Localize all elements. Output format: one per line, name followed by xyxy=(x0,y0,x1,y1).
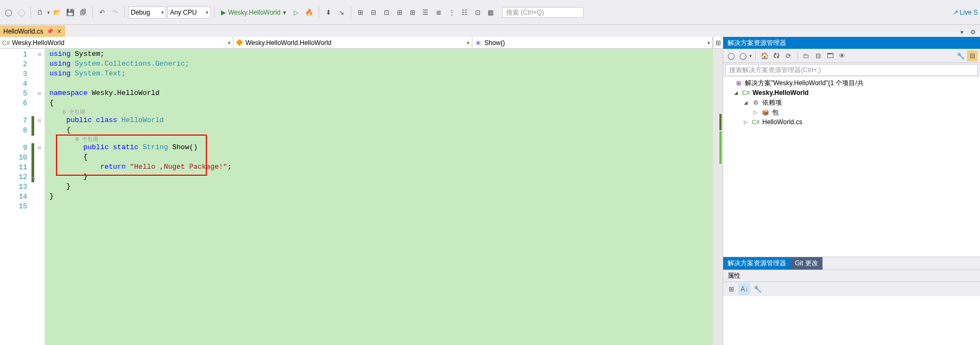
configuration-dropdown[interactable]: Debug xyxy=(128,7,166,18)
tree-solution-node[interactable]: ⊞ 解决方案"Wesky.HelloWorld"(1 个项目/共 xyxy=(723,78,980,88)
line-number-gutter: 123456 78 9101112131415 xyxy=(0,49,31,345)
fold-toggle[interactable]: ⊟ xyxy=(34,50,45,60)
expand-icon[interactable]: ◢ xyxy=(744,100,749,105)
tb-icon-e[interactable]: ⊞ xyxy=(407,7,419,18)
properties-title: 属性 xyxy=(723,270,980,282)
se-refresh-icon[interactable]: ⟳ xyxy=(783,50,794,61)
edit-indicator-icon: ✎ xyxy=(31,175,35,183)
solution-explorer-panel: 解决方案资源管理器 ◯ ◯ ▾ 🏠 🗘 ⟳ 🗀 ⊟ 🗔 👁 🔧 ⊟ 搜索解决方案… xyxy=(723,37,980,345)
fold-toggle[interactable]: ⊟ xyxy=(34,89,45,99)
fold-toggle[interactable]: ⊟ xyxy=(34,116,45,126)
tree-project-node[interactable]: ◢ C# Wesky.HelloWorld xyxy=(723,88,980,98)
method-icon: ◉ xyxy=(475,39,482,47)
step2-icon[interactable]: ↘ xyxy=(336,7,347,18)
tree-file-node[interactable]: ▷ C# HelloWorld.cs xyxy=(723,117,980,127)
save-all-icon[interactable]: 🗐 xyxy=(77,7,89,18)
package-icon: 📦 xyxy=(761,108,770,117)
navigation-bar: C# Wesky.HelloWorld 🔶 Wesky.HelloWorld.H… xyxy=(0,37,723,49)
tb-icon-c[interactable]: ⊡ xyxy=(381,7,393,18)
tb-icon-g[interactable]: ≣ xyxy=(433,7,445,18)
nav-member-label: Show() xyxy=(484,39,505,47)
panel-tabs: 解决方案资源管理器 Git 更改 xyxy=(723,257,980,270)
codelens-references[interactable]: 0 个引用 xyxy=(62,110,85,116)
undo-icon[interactable]: ↶ xyxy=(96,7,108,18)
se-collapseall-icon[interactable]: ⊟ xyxy=(813,50,824,61)
dependencies-icon: ⚙ xyxy=(751,98,760,107)
solution-tree: ⊞ 解决方案"Wesky.HelloWorld"(1 个项目/共 ◢ C# We… xyxy=(723,77,980,257)
csharp-project-icon: C# xyxy=(2,39,10,47)
se-home2-icon[interactable]: 🏠 xyxy=(759,50,770,61)
tab-dropdown-icon[interactable]: ▾ xyxy=(957,27,967,37)
live-share-button[interactable]: ↗ Live S xyxy=(953,9,978,16)
se-wrench-icon[interactable]: 🔧 xyxy=(955,50,966,61)
tb-icon-d[interactable]: ⊞ xyxy=(394,7,406,18)
nav-project-label: Wesky.HelloWorld xyxy=(12,39,65,47)
se-syncdoc-icon[interactable]: 🗘 xyxy=(771,50,782,61)
tb-icon-f[interactable]: ☰ xyxy=(420,7,432,18)
tab-git-changes[interactable]: Git 更改 xyxy=(791,257,823,270)
tb-icon-j[interactable]: ⊡ xyxy=(472,7,484,18)
fold-gutter: ⊟ ⊟ ⊟ ⊟ xyxy=(34,49,45,345)
nav-member-dropdown[interactable]: ◉ Show() xyxy=(472,37,713,48)
open-icon[interactable]: 📂 xyxy=(51,7,63,18)
se-showall-icon[interactable]: 🗀 xyxy=(801,50,812,61)
tb-icon-h[interactable]: ⋮ xyxy=(446,7,458,18)
tree-label: Wesky.HelloWorld xyxy=(753,89,808,97)
redo-icon[interactable]: ↷ xyxy=(109,7,121,18)
nav-class-label: Wesky.HelloWorld.HelloWorld xyxy=(245,39,332,47)
fold-toggle[interactable]: ⊟ xyxy=(34,143,45,153)
document-tab-strip: HelloWorld.cs 📌 ✕ ▾ ⚙ xyxy=(0,25,980,37)
se-preview-icon[interactable]: 👁 xyxy=(837,50,848,61)
tab-gear-icon[interactable]: ⚙ xyxy=(968,27,978,37)
expand-icon[interactable]: ◢ xyxy=(734,90,739,95)
se-properties-icon[interactable]: 🗔 xyxy=(825,50,836,61)
properties-panel: 属性 ⊞ A↓ 🔧 xyxy=(723,270,980,345)
se-home-icon[interactable]: ◯ xyxy=(725,50,736,61)
platform-dropdown[interactable]: Any CPU xyxy=(167,7,211,18)
solution-icon: ⊞ xyxy=(734,79,743,87)
close-icon[interactable]: ✕ xyxy=(56,28,62,35)
tree-label: 解决方案"Wesky.HelloWorld"(1 个项目/共 xyxy=(745,79,864,88)
props-wrench-icon[interactable]: 🔧 xyxy=(751,283,763,295)
props-categorize-icon[interactable]: ⊞ xyxy=(725,283,737,295)
tree-label: HelloWorld.cs xyxy=(762,118,802,126)
tree-label: 包 xyxy=(772,108,779,117)
main-toolbar: ◯ ◯ 🗋 ▾ 📂 💾 🗐 ↶ ↷ Debug Any CPU ▶ Wesky.… xyxy=(0,0,980,25)
tree-packages-node[interactable]: ▷ 📦 包 xyxy=(723,107,980,117)
expand-icon[interactable]: ▷ xyxy=(744,119,749,125)
tab-solution-explorer[interactable]: 解决方案资源管理器 xyxy=(723,257,791,270)
nav-class-dropdown[interactable]: 🔶 Wesky.HelloWorld.HelloWorld xyxy=(233,37,472,48)
tb-icon-b[interactable]: ⊟ xyxy=(368,7,380,18)
split-editor-icon[interactable]: ⊞ xyxy=(713,37,723,49)
editor-area: C# Wesky.HelloWorld 🔶 Wesky.HelloWorld.H… xyxy=(0,37,723,345)
tb-icon-a[interactable]: ⊞ xyxy=(355,7,366,18)
start-button[interactable]: ▶ Wesky.HelloWorld ▾ xyxy=(218,7,289,18)
tb-icon-k[interactable]: ▦ xyxy=(485,7,497,18)
save-icon[interactable]: 💾 xyxy=(64,7,76,18)
class-icon: 🔶 xyxy=(236,39,243,47)
vertical-scrollbar[interactable] xyxy=(713,49,723,345)
properties-toolbar: ⊞ A↓ 🔧 xyxy=(723,282,980,296)
hot-reload-icon[interactable]: 🔥 xyxy=(304,7,315,18)
tb-icon-i[interactable]: ☷ xyxy=(459,7,471,18)
solution-search-input[interactable]: 搜索解决方案资源管理器(Ctrl+;) xyxy=(725,64,978,76)
se-collapse-icon[interactable]: ◯ xyxy=(737,50,748,61)
expand-icon[interactable]: ▷ xyxy=(754,110,759,115)
code-content[interactable]: using System; using System.Collections.G… xyxy=(45,49,713,345)
global-search-input[interactable]: 搜索 (Ctrl+Q) xyxy=(502,7,584,18)
codelens-references[interactable]: 0 个引用 xyxy=(75,137,98,143)
step-icon[interactable]: ⬇ xyxy=(323,7,334,18)
code-editor[interactable]: 123456 78 9101112131415 ⊟ ⊟ ⊟ ⊟ xyxy=(0,49,723,345)
solution-explorer-toolbar: ◯ ◯ ▾ 🏠 🗘 ⟳ 🗀 ⊟ 🗔 👁 🔧 ⊟ xyxy=(723,49,980,63)
nav-project-dropdown[interactable]: C# Wesky.HelloWorld xyxy=(0,37,233,48)
start-no-debug-icon[interactable]: ▷ xyxy=(290,7,302,18)
tree-dependencies-node[interactable]: ◢ ⚙ 依赖项 xyxy=(723,98,980,107)
se-toggle-icon[interactable]: ⊟ xyxy=(967,50,978,61)
tab-helloworld[interactable]: HelloWorld.cs 📌 ✕ xyxy=(0,25,65,37)
props-alpha-icon[interactable]: A↓ xyxy=(738,283,750,295)
tree-label: 依赖项 xyxy=(762,98,782,107)
nav-back-icon[interactable]: ◯ xyxy=(2,7,14,18)
nav-fwd-icon[interactable]: ◯ xyxy=(15,7,27,18)
new-file-icon[interactable]: 🗋 xyxy=(34,7,46,18)
pin-icon[interactable]: 📌 xyxy=(47,28,53,34)
